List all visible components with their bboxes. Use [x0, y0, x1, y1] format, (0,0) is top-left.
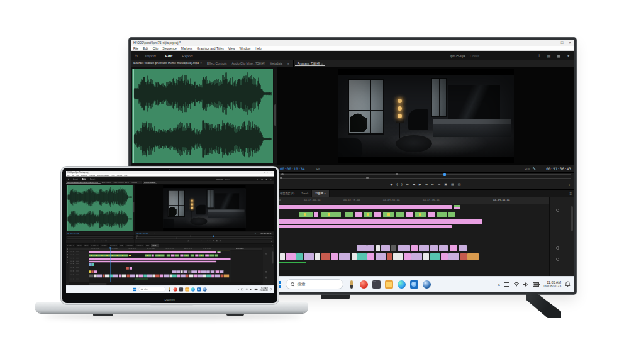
program-playhead[interactable] — [443, 173, 446, 176]
timeline-clip[interactable] — [160, 274, 163, 277]
timeline-clip[interactable] — [89, 263, 91, 266]
timeline-clip[interactable] — [94, 274, 97, 277]
timeline-clip[interactable] — [191, 270, 197, 273]
timeline-clip[interactable] — [119, 274, 121, 277]
timeline-clip[interactable] — [112, 255, 113, 256]
timeline-clip[interactable] — [189, 274, 193, 277]
marker-dot[interactable] — [281, 173, 284, 175]
timeline-clip[interactable] — [206, 274, 211, 277]
timeline-clip[interactable] — [126, 267, 129, 269]
menu-item-graphics-and-titles[interactable]: Graphics and Titles — [97, 174, 109, 176]
timeline-clip[interactable] — [423, 253, 430, 260]
track-toggle[interactable] — [71, 258, 72, 258]
timeline-clip[interactable] — [299, 212, 313, 217]
track-toggle[interactable] — [71, 263, 72, 264]
timeline-clip[interactable] — [89, 251, 216, 253]
track-toggle[interactable] — [73, 263, 74, 264]
menu-item-markers[interactable]: Markers — [181, 47, 192, 50]
playback-resolution-dropdown[interactable]: Full — [525, 167, 530, 171]
file-explorer-icon[interactable] — [185, 287, 189, 291]
file-explorer-icon[interactable] — [385, 280, 393, 289]
track-toggle[interactable] — [71, 261, 72, 262]
timeline-clip[interactable] — [467, 253, 479, 260]
timeline-clip[interactable] — [277, 262, 306, 263]
timeline-clip[interactable] — [198, 274, 203, 277]
edge-icon[interactable] — [191, 287, 195, 291]
source-transport-button[interactable]: ▣ — [105, 240, 106, 241]
timeline-clip[interactable] — [381, 245, 389, 251]
timeline-clip[interactable] — [130, 267, 132, 269]
timeline-clip[interactable] — [94, 270, 97, 273]
notification-bell-icon[interactable] — [565, 281, 571, 287]
source-transport-button[interactable]: ▶ — [103, 240, 104, 241]
track-toggle[interactable] — [73, 251, 74, 251]
transport-button[interactable]: { — [191, 240, 191, 241]
track-height-knob[interactable] — [556, 246, 559, 250]
timeline-clip[interactable] — [145, 255, 151, 257]
timeline-clip[interactable] — [105, 274, 109, 277]
marker-dot[interactable] — [136, 236, 138, 237]
timeline-clip[interactable] — [387, 253, 392, 260]
timeline-clip[interactable] — [216, 270, 220, 273]
menu-item-sequence[interactable]: Sequence — [162, 47, 177, 50]
track-height-knob[interactable] — [556, 258, 559, 261]
timeline-clip[interactable] — [191, 255, 194, 257]
timeline-clip[interactable] — [211, 274, 214, 277]
timeline-clip[interactable] — [396, 212, 404, 217]
program-scrub-track[interactable] — [280, 174, 571, 175]
audio-waveform[interactable] — [132, 69, 273, 163]
cast-icon[interactable] — [241, 288, 243, 290]
zoom-handle-left[interactable] — [136, 237, 137, 238]
timeline-clip[interactable] — [439, 245, 448, 251]
timeline-clip[interactable] — [398, 245, 410, 251]
timeline-clip[interactable] — [92, 263, 94, 266]
timeline-clip[interactable] — [286, 253, 295, 260]
timeline-clip[interactable] — [143, 274, 147, 277]
sequence-tab-active[interactable]: 75影视 × — [312, 190, 330, 197]
timeline-clip[interactable] — [181, 270, 183, 273]
timeline-clip[interactable] — [184, 270, 187, 273]
track-toggle[interactable] — [70, 270, 70, 271]
source-playhead[interactable] — [133, 69, 134, 163]
pin-icon[interactable] — [350, 280, 353, 289]
cast-icon[interactable] — [504, 282, 509, 287]
source-transport-button[interactable]: ◀ — [100, 240, 101, 241]
timeline-clip[interactable] — [152, 274, 155, 277]
tab-effect-controls[interactable]: Effect Controls — [204, 62, 229, 65]
track-height-knob[interactable] — [265, 271, 267, 272]
wifi-icon[interactable] — [513, 282, 520, 287]
track-header-row[interactable] — [70, 263, 79, 264]
transport-button[interactable]: ◆ — [391, 183, 393, 186]
timeline-clip[interactable] — [374, 212, 381, 217]
timeline-vertical-scrollbar[interactable] — [272, 251, 274, 263]
edge-icon[interactable] — [398, 280, 406, 289]
timeline-clip[interactable] — [411, 253, 422, 260]
header-icon-2[interactable]: ▦ — [557, 53, 560, 58]
menu-item-window[interactable]: Window — [117, 174, 122, 176]
track-toggle[interactable] — [70, 267, 70, 267]
transport-button[interactable]: ⇥ — [425, 183, 428, 186]
tray-chevron-icon[interactable]: ∧ — [498, 282, 500, 287]
transport-button[interactable]: ↩ — [207, 240, 208, 241]
source-zoom-bar[interactable] — [67, 238, 133, 238]
track-toggle[interactable] — [73, 270, 74, 271]
playback-resolution-dropdown[interactable]: Full — [250, 233, 253, 234]
timeline-clip[interactable] — [209, 255, 214, 257]
transport-button[interactable]: ⇤ — [195, 240, 196, 241]
timeline-clip[interactable] — [203, 274, 206, 277]
zoom-handle-left[interactable] — [280, 177, 282, 179]
timeline-clip[interactable] — [404, 253, 411, 260]
timeline-clip[interactable] — [89, 261, 216, 262]
timeline-clip[interactable] — [91, 270, 93, 273]
timeline-clip[interactable] — [391, 245, 396, 251]
source-transport-button[interactable]: } — [98, 240, 99, 241]
timeline-clip[interactable] — [450, 245, 457, 251]
timeline-clip[interactable] — [186, 274, 189, 277]
timeline-clip[interactable] — [441, 253, 448, 260]
menu-item-edit[interactable]: Edit — [143, 47, 148, 50]
timeline-clip[interactable] — [215, 274, 220, 277]
timeline-clip[interactable] — [171, 255, 175, 257]
timeline-clip[interactable] — [117, 255, 118, 256]
timeline-clip[interactable] — [172, 270, 176, 273]
timeline-horizontal-scrollbar[interactable] — [89, 284, 107, 285]
